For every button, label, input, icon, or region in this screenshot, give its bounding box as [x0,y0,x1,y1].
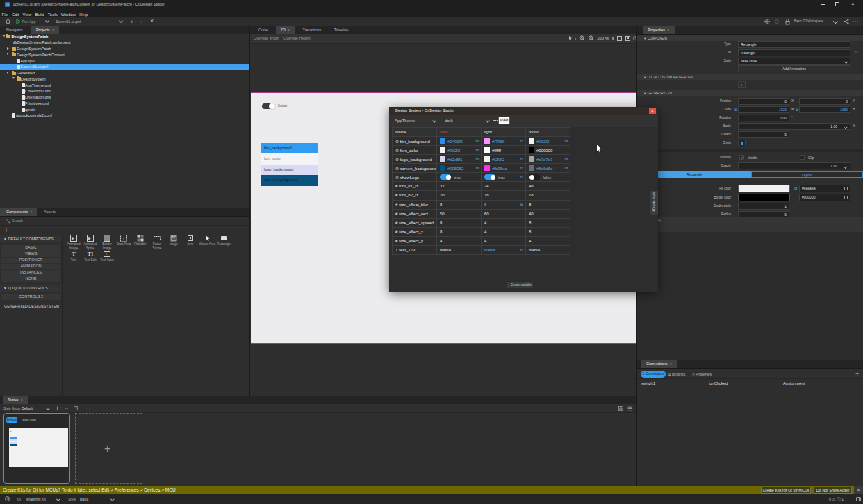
svg-text:▶: ▶ [88,236,91,240]
svg-text:↓: ↓ [122,237,124,241]
svg-text:T: T [105,252,108,256]
svg-text:▶: ▶ [72,236,74,240]
